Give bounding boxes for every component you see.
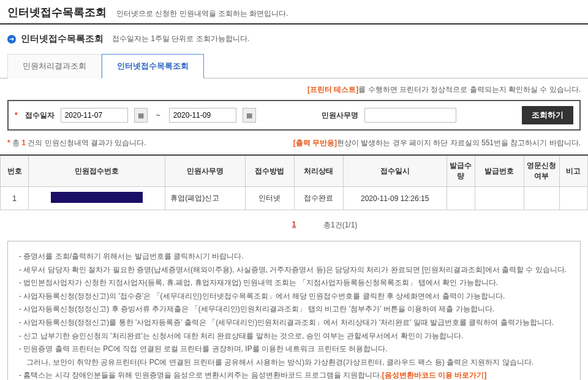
col-recno: 민원접수번호 (29, 155, 165, 187)
help-6: - 사업자등록신청(정정신고)를 통한 '사업자등록증' 출력은 「(세무대리인… (19, 316, 569, 330)
cell-qty (447, 187, 475, 210)
help-8b: 그러나, 보안이 취약한 공유프린터(타 PC에 연결된 프린터를 공유해서 사… (19, 356, 569, 370)
count-suffix: 건의 민원신청내역 결과가 있습니다. (26, 139, 146, 147)
name-input[interactable] (364, 108, 456, 123)
table-row: 1 휴업(폐업)신고 인터넷 접수완료 2020-11-09 12:26:15 (1, 187, 588, 210)
page-current[interactable]: 1 (292, 220, 296, 229)
tab-internet-receipt[interactable]: 인터넷접수목록조회 (102, 54, 204, 78)
printer-test-desc: 를 수행하면 프린터가 정상적으로 출력되는지 확인하실 수 있습니다. (358, 85, 581, 94)
cell-eng (524, 187, 559, 210)
col-date: 접수일시 (343, 155, 447, 187)
tilde: ~ (156, 111, 160, 120)
col-issueno: 발급번호 (475, 155, 524, 187)
cell-method: 인터넷 (245, 187, 294, 210)
section-title: 인터넷접수목록조회 (21, 33, 104, 45)
help-8: - 민원증명 출력 프린터는 PC에 직접 연결된 로컬 프린터를 권장하며, … (19, 343, 569, 356)
name-label: 민원사무명 (322, 110, 358, 121)
col-remark: 비고 (559, 155, 587, 187)
col-qty: 발급수량 (447, 155, 475, 187)
cell-name: 휴업(폐업)신고 (165, 187, 245, 210)
page-desc: 인터넷으로 신청한 민원내역을 조회하는 화면입니다. (116, 9, 288, 19)
results-table: 번호 민원접수번호 민원사무명 접수방법 처리상태 접수일시 발급수량 발급번호… (0, 154, 588, 210)
search-panel: * 접수일자 ▦ ~ ▦ 민원사무명 조회하기 (7, 100, 581, 131)
search-button[interactable]: 조회하기 (522, 106, 573, 124)
cell-recno-redacted[interactable] (51, 192, 143, 203)
cell-date: 2020-11-09 12:26:15 (343, 187, 447, 210)
col-method: 접수방법 (245, 155, 294, 187)
help-4: - 사업자등록신청(정정신고)의 '접수증'은 「(세무대리인)인터넷접수목록조… (19, 290, 569, 303)
tab-result-inquiry[interactable]: 민원처리결과조회 (7, 54, 102, 78)
cell-issueno (475, 187, 524, 210)
date-label: 접수일자 (25, 110, 55, 121)
count-prefix: 총 (10, 139, 22, 147)
voice-barcode-link[interactable]: [음성변환바코드 이용 바로가기] (382, 371, 487, 379)
help-1: - 증명서를 조회/출력하기 위해서는 발급번호를 클릭하시기 바랍니다. (19, 250, 569, 264)
date-from-input[interactable] (61, 108, 128, 123)
help-9a: - 홈택스는 시각 장애인분들을 위해 민원증명을 음성으로 변환시켜주는 음성… (19, 371, 382, 379)
col-status: 처리상태 (294, 155, 343, 187)
cell-status: 접수완료 (294, 187, 343, 210)
date-to-input[interactable] (169, 108, 236, 123)
required-marker: * (15, 111, 19, 120)
section-desc: 접수일자는 1주일 단위로 조회가능합니다. (112, 34, 249, 44)
help-panel: - 증명서를 조회/출력하기 위해서는 발급번호를 클릭하시기 바랍니다. - … (7, 241, 581, 380)
help-2: - 세무서 담당자 확인 절차가 필요한 증명(납세증명서(해외이주용), 사실… (19, 264, 569, 277)
col-no: 번호 (1, 155, 29, 187)
cell-no: 1 (1, 187, 29, 210)
calendar-from-icon[interactable]: ▦ (134, 108, 148, 123)
cell-remark (559, 187, 587, 210)
nooutput-warn-label: [출력 무반응] (293, 139, 337, 147)
page-title: 인터넷접수목록조회 (7, 5, 107, 20)
nooutput-warn-desc: 현상이 발생하는 경우 페이지 하단 자료실의 551번을 참고하시기 바랍니다… (337, 139, 581, 147)
help-3: - 법인본점사업자가 신청한 지점사업자(등록, 휴.폐업, 휴업자재개업) 민… (19, 276, 569, 290)
col-name: 민원사무명 (165, 155, 245, 187)
printer-test-link[interactable]: [프린터 테스트] (307, 85, 358, 94)
help-7: - 신고 납부기한 승인신청의 '처리완료'는 신청서에 대한 처리 완료상태를… (19, 330, 569, 343)
col-eng: 영문신청여부 (524, 155, 559, 187)
page-total: 총1건(1/1) (323, 220, 357, 230)
help-5: - 사업자등록신청(정정신고) 후 증빙서류 추가제출은 「(세무대리인)민원처… (19, 303, 569, 316)
arrow-right-icon: ➜ (7, 35, 16, 44)
calendar-to-icon[interactable]: ▦ (243, 108, 256, 123)
